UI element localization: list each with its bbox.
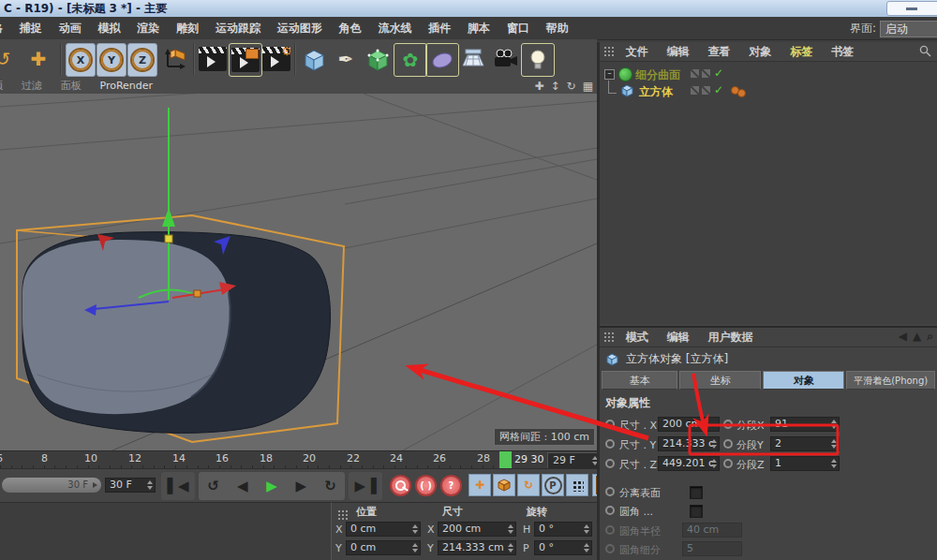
- menu-item-simulate[interactable]: 模拟: [97, 17, 120, 39]
- spinner-icon[interactable]: [584, 524, 589, 534]
- om-menu-bookmarks[interactable]: 书签: [831, 42, 854, 61]
- menu-item-motion-tracker[interactable]: 运动跟踪: [216, 17, 260, 39]
- rotate-view-icon[interactable]: ↻: [567, 80, 576, 93]
- tab-phong[interactable]: 平滑着色(Phong): [846, 371, 935, 390]
- current-frame-field[interactable]: 29 F: [547, 452, 601, 469]
- play-backwards-button[interactable]: ↺: [199, 472, 228, 500]
- attr-menu-userdata[interactable]: 用户数据: [707, 328, 752, 346]
- toggle-view-icon[interactable]: ▦: [583, 80, 593, 93]
- timeline-ruler[interactable]: 6 8 10 12 14 16 18 20 22 24 26 28 29 30 …: [0, 450, 597, 469]
- history-up-icon[interactable]: ▲: [913, 330, 921, 343]
- history-back-icon[interactable]: ◀: [899, 330, 907, 343]
- enabled-checkmark-icon[interactable]: ✓: [714, 83, 723, 96]
- menu-item-plugins[interactable]: 插件: [428, 17, 451, 39]
- tree-row-subdivision-surface[interactable]: – 细分曲面 ✓: [600, 66, 937, 82]
- panel-grip-icon[interactable]: [603, 46, 615, 57]
- collapse-icon[interactable]: –: [604, 69, 615, 80]
- spline-pen-button[interactable]: ✒: [330, 43, 362, 75]
- range-end-field[interactable]: 30 F: [105, 478, 156, 493]
- spinner-icon[interactable]: [508, 543, 513, 553]
- om-menu-file[interactable]: 文件: [626, 42, 648, 61]
- om-menu-tags[interactable]: 标签: [790, 42, 812, 61]
- camera-button[interactable]: [489, 43, 521, 75]
- timeline-range-slider[interactable]: 30 F: [2, 478, 101, 493]
- spinner-icon[interactable]: [147, 480, 153, 490]
- goto-start-button[interactable]: ▌◀: [161, 472, 195, 500]
- size-y-field[interactable]: 214.333 cm: [438, 540, 516, 555]
- menu-item-animate[interactable]: 动画: [59, 17, 82, 39]
- mograph-button[interactable]: ✿: [394, 43, 427, 77]
- search-icon[interactable]: [919, 45, 931, 57]
- deformer-button[interactable]: [425, 43, 459, 77]
- tab-basic[interactable]: 基本: [602, 371, 677, 390]
- spinner-icon[interactable]: [412, 524, 418, 534]
- separate-surfaces-checkbox[interactable]: [690, 486, 703, 499]
- spinner-icon[interactable]: [412, 543, 418, 553]
- y-scale-handle[interactable]: [165, 235, 172, 243]
- goto-end-button[interactable]: ▶▐: [349, 472, 382, 500]
- menu-item-pipeline[interactable]: 流水线: [378, 17, 411, 39]
- subdivision-surface-button[interactable]: [362, 43, 394, 75]
- timeline-playhead[interactable]: [499, 451, 512, 469]
- record-rotation-toggle[interactable]: ↻: [517, 474, 540, 496]
- pos-x-field[interactable]: 0 cm: [346, 522, 421, 537]
- fillet-checkbox[interactable]: [690, 505, 703, 518]
- animation-dot-icon[interactable]: [723, 420, 733, 429]
- play-forward-loop-button[interactable]: ↻: [316, 472, 345, 500]
- animation-dot-icon[interactable]: [605, 420, 615, 429]
- render-settings-button[interactable]: ⚙: [260, 43, 292, 75]
- animation-dot-icon[interactable]: [605, 439, 615, 449]
- viewport-menu-panel[interactable]: 面板: [61, 79, 82, 94]
- light-button[interactable]: [521, 43, 555, 77]
- menu-item-script[interactable]: 脚本: [468, 17, 490, 39]
- viewport-menu-prorender[interactable]: ProRender: [99, 79, 153, 94]
- tab-object[interactable]: 对象: [763, 371, 844, 390]
- point-level-animation-toggle[interactable]: [566, 474, 588, 496]
- editor-visibility-toggle[interactable]: [691, 86, 699, 95]
- zoom-view-icon[interactable]: ↕: [551, 80, 560, 93]
- om-menu-edit[interactable]: 编辑: [667, 42, 690, 61]
- add-primitive-button[interactable]: [298, 43, 330, 75]
- render-view-button[interactable]: [197, 43, 229, 75]
- animation-dot-icon[interactable]: [605, 459, 615, 468]
- object-name[interactable]: 细分曲面: [635, 67, 680, 83]
- panel-grip-icon[interactable]: [337, 509, 349, 521]
- rot-h-field[interactable]: 0 °: [534, 522, 592, 537]
- size-x-field[interactable]: 200 cm: [438, 522, 516, 537]
- record-position-toggle[interactable]: ✚: [468, 474, 491, 496]
- lock-z-axis-button[interactable]: Z: [127, 43, 157, 77]
- menu-item[interactable]: 格: [0, 17, 3, 39]
- move-tool-button[interactable]: ✚: [22, 43, 54, 75]
- play-button[interactable]: ▶: [257, 472, 286, 500]
- size-x-field[interactable]: 200 cm: [658, 417, 720, 432]
- menu-item-mograph[interactable]: 运动图形: [277, 17, 322, 39]
- render-visibility-toggle[interactable]: [702, 86, 710, 95]
- object-name-selected[interactable]: 立方体: [639, 84, 673, 100]
- record-scale-toggle[interactable]: [493, 474, 515, 496]
- spinner-icon[interactable]: [711, 459, 717, 468]
- spinner-icon[interactable]: [831, 459, 837, 468]
- next-frame-button[interactable]: ▶: [287, 472, 316, 500]
- size-z-field[interactable]: 449.201 c: [658, 456, 720, 471]
- rot-p-field[interactable]: 0 °: [534, 540, 592, 555]
- render-visibility-toggle[interactable]: [702, 69, 710, 78]
- search-icon[interactable]: ⌕: [927, 330, 933, 343]
- keyframe-selection-button[interactable]: ?: [440, 475, 462, 496]
- lock-x-axis-button[interactable]: X: [66, 43, 96, 77]
- animation-dot-icon[interactable]: [605, 487, 615, 496]
- spinner-icon[interactable]: [831, 420, 837, 429]
- render-to-picture-viewer-button[interactable]: [229, 43, 262, 77]
- lock-y-axis-button[interactable]: Y: [97, 43, 126, 77]
- spinner-icon[interactable]: [584, 543, 589, 553]
- attr-menu-mode[interactable]: 模式: [626, 328, 648, 346]
- tree-row-cube[interactable]: 立方体 ✓: [600, 82, 937, 99]
- spinner-icon[interactable]: [831, 439, 837, 449]
- size-y-field[interactable]: 214.333 c: [658, 436, 720, 451]
- previous-frame-button[interactable]: ◀: [228, 472, 257, 500]
- animation-dot-icon[interactable]: [723, 459, 733, 468]
- attr-menu-edit[interactable]: 编辑: [667, 328, 690, 346]
- autokey-button[interactable]: ( ): [415, 475, 437, 496]
- segments-x-field[interactable]: 91: [770, 417, 840, 432]
- enabled-checkmark-icon[interactable]: ✓: [714, 66, 723, 80]
- viewport-menu-item[interactable]: 项: [0, 79, 3, 94]
